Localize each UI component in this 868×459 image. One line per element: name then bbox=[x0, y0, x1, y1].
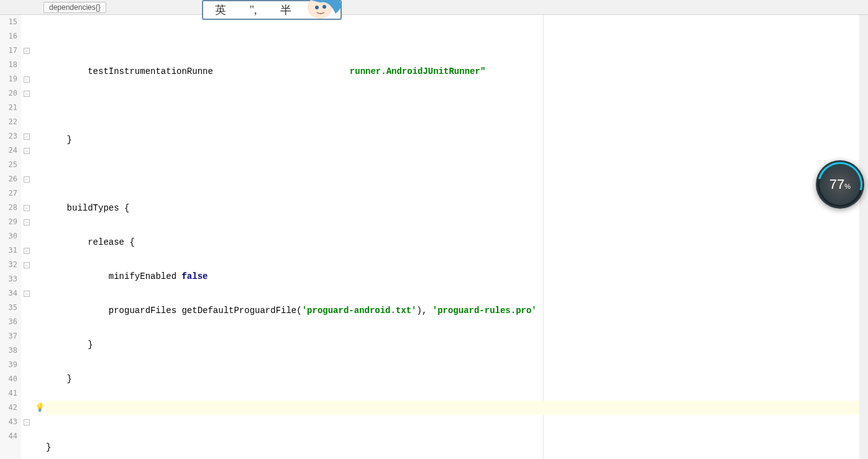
line-number: 17 bbox=[0, 43, 21, 58]
hint-column: 💡 bbox=[34, 15, 46, 459]
svg-point-1 bbox=[315, 6, 319, 9]
fold-marker-icon[interactable]: - bbox=[24, 219, 30, 225]
ime-punct-indicator[interactable]: ", bbox=[250, 4, 257, 17]
ime-skin-decoration bbox=[298, 0, 348, 20]
svg-point-2 bbox=[322, 5, 326, 9]
line-number: 37 bbox=[0, 329, 21, 343]
breadcrumb-item[interactable]: dependencies{} bbox=[43, 2, 106, 13]
line-number: 44 bbox=[0, 429, 21, 443]
line-number: 24 bbox=[0, 143, 21, 158]
fold-column[interactable]: - - - - - - - - - - - - bbox=[21, 15, 34, 459]
line-number: 38 bbox=[0, 343, 21, 358]
line-number: 18 bbox=[0, 58, 21, 72]
line-number: 36 bbox=[0, 315, 21, 329]
fold-marker-icon[interactable]: - bbox=[24, 76, 30, 83]
fold-marker-icon[interactable]: - bbox=[24, 262, 30, 268]
line-number-gutter[interactable]: 15 16 17 18 19 20 21 22 23 24 25 26 27 2… bbox=[0, 15, 21, 459]
line-number: 35 bbox=[0, 301, 21, 315]
line-number: 22 bbox=[0, 115, 21, 129]
line-number: 43 bbox=[0, 415, 21, 429]
breadcrumb-bar: dependencies{} bbox=[0, 0, 868, 15]
ime-lang-indicator[interactable]: 英 bbox=[215, 2, 226, 17]
line-number: 31 bbox=[0, 243, 21, 258]
line-number: 33 bbox=[0, 272, 21, 286]
line-number: 39 bbox=[0, 358, 21, 372]
lightbulb-icon[interactable]: 💡 bbox=[35, 402, 45, 412]
line-number: 15 bbox=[0, 15, 21, 29]
line-number: 42 bbox=[0, 401, 21, 415]
line-number: 16 bbox=[0, 29, 21, 43]
line-number: 19 bbox=[0, 72, 21, 86]
line-number: 41 bbox=[0, 386, 21, 401]
line-number: 20 bbox=[0, 86, 21, 101]
fold-marker-icon[interactable]: - bbox=[24, 291, 30, 297]
editor: 15 16 17 18 19 20 21 22 23 24 25 26 27 2… bbox=[0, 15, 868, 459]
fold-marker-icon[interactable]: - bbox=[24, 248, 30, 254]
line-number: 25 bbox=[0, 158, 21, 172]
line-number: 26 bbox=[0, 172, 21, 186]
fold-marker-icon[interactable]: - bbox=[24, 91, 30, 97]
line-number: 28 bbox=[0, 201, 21, 215]
line-number: 34 bbox=[0, 286, 21, 301]
line-number: 32 bbox=[0, 258, 21, 272]
scrollbar[interactable] bbox=[859, 15, 868, 459]
fold-marker-icon[interactable]: - bbox=[24, 48, 30, 54]
line-number: 40 bbox=[0, 372, 21, 386]
line-number: 21 bbox=[0, 101, 21, 115]
line-number: 29 bbox=[0, 215, 21, 229]
fold-marker-icon[interactable]: - bbox=[24, 176, 30, 183]
fold-marker-icon[interactable]: - bbox=[24, 134, 30, 140]
fold-marker-icon[interactable]: - bbox=[24, 419, 30, 425]
code-area[interactable]: testInstrumentationRunnerunner.AndroidJU… bbox=[46, 15, 859, 459]
fold-marker-icon[interactable]: - bbox=[24, 205, 30, 211]
fold-marker-icon[interactable]: - bbox=[24, 148, 30, 154]
ime-width-indicator[interactable]: 半 bbox=[280, 2, 291, 17]
line-number: 23 bbox=[0, 129, 21, 143]
line-number: 27 bbox=[0, 186, 21, 201]
line-number: 30 bbox=[0, 229, 21, 243]
cpu-monitor-widget[interactable]: 77% bbox=[816, 160, 864, 209]
